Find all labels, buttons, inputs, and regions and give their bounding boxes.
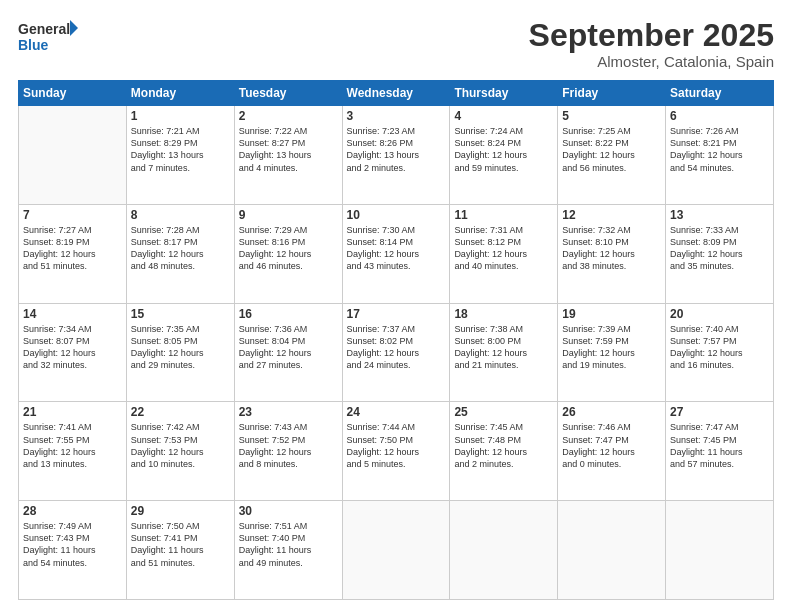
day-info: Sunrise: 7:39 AM Sunset: 7:59 PM Dayligh… (562, 323, 661, 372)
day-number: 3 (347, 109, 446, 123)
day-info: Sunrise: 7:32 AM Sunset: 8:10 PM Dayligh… (562, 224, 661, 273)
day-info: Sunrise: 7:49 AM Sunset: 7:43 PM Dayligh… (23, 520, 122, 569)
day-number: 13 (670, 208, 769, 222)
day-info: Sunrise: 7:46 AM Sunset: 7:47 PM Dayligh… (562, 421, 661, 470)
day-info: Sunrise: 7:33 AM Sunset: 8:09 PM Dayligh… (670, 224, 769, 273)
calendar-cell: 12Sunrise: 7:32 AM Sunset: 8:10 PM Dayli… (558, 204, 666, 303)
svg-text:Blue: Blue (18, 37, 49, 53)
header: General Blue September 2025 Almoster, Ca… (18, 18, 774, 70)
day-number: 10 (347, 208, 446, 222)
day-number: 4 (454, 109, 553, 123)
calendar-cell: 7Sunrise: 7:27 AM Sunset: 8:19 PM Daylig… (19, 204, 127, 303)
calendar-cell: 21Sunrise: 7:41 AM Sunset: 7:55 PM Dayli… (19, 402, 127, 501)
day-number: 22 (131, 405, 230, 419)
day-info: Sunrise: 7:35 AM Sunset: 8:05 PM Dayligh… (131, 323, 230, 372)
weekday-header: Sunday (19, 81, 127, 106)
calendar-cell: 13Sunrise: 7:33 AM Sunset: 8:09 PM Dayli… (666, 204, 774, 303)
day-number: 8 (131, 208, 230, 222)
day-info: Sunrise: 7:28 AM Sunset: 8:17 PM Dayligh… (131, 224, 230, 273)
day-number: 7 (23, 208, 122, 222)
calendar-cell: 19Sunrise: 7:39 AM Sunset: 7:59 PM Dayli… (558, 303, 666, 402)
day-info: Sunrise: 7:29 AM Sunset: 8:16 PM Dayligh… (239, 224, 338, 273)
svg-text:General: General (18, 21, 70, 37)
day-number: 15 (131, 307, 230, 321)
day-info: Sunrise: 7:26 AM Sunset: 8:21 PM Dayligh… (670, 125, 769, 174)
calendar-cell: 24Sunrise: 7:44 AM Sunset: 7:50 PM Dayli… (342, 402, 450, 501)
logo-svg: General Blue (18, 18, 78, 54)
location-subtitle: Almoster, Catalonia, Spain (529, 53, 774, 70)
day-number: 29 (131, 504, 230, 518)
month-title: September 2025 (529, 18, 774, 53)
day-number: 9 (239, 208, 338, 222)
day-info: Sunrise: 7:51 AM Sunset: 7:40 PM Dayligh… (239, 520, 338, 569)
logo: General Blue (18, 18, 78, 54)
calendar-cell: 20Sunrise: 7:40 AM Sunset: 7:57 PM Dayli… (666, 303, 774, 402)
day-number: 28 (23, 504, 122, 518)
day-info: Sunrise: 7:25 AM Sunset: 8:22 PM Dayligh… (562, 125, 661, 174)
day-info: Sunrise: 7:40 AM Sunset: 7:57 PM Dayligh… (670, 323, 769, 372)
calendar-cell: 9Sunrise: 7:29 AM Sunset: 8:16 PM Daylig… (234, 204, 342, 303)
day-info: Sunrise: 7:22 AM Sunset: 8:27 PM Dayligh… (239, 125, 338, 174)
day-number: 26 (562, 405, 661, 419)
day-info: Sunrise: 7:24 AM Sunset: 8:24 PM Dayligh… (454, 125, 553, 174)
calendar-cell: 2Sunrise: 7:22 AM Sunset: 8:27 PM Daylig… (234, 106, 342, 205)
day-number: 17 (347, 307, 446, 321)
calendar-cell (666, 501, 774, 600)
day-info: Sunrise: 7:31 AM Sunset: 8:12 PM Dayligh… (454, 224, 553, 273)
day-number: 2 (239, 109, 338, 123)
weekday-header: Tuesday (234, 81, 342, 106)
day-number: 21 (23, 405, 122, 419)
svg-marker-2 (70, 20, 78, 36)
calendar-cell: 1Sunrise: 7:21 AM Sunset: 8:29 PM Daylig… (126, 106, 234, 205)
day-info: Sunrise: 7:37 AM Sunset: 8:02 PM Dayligh… (347, 323, 446, 372)
day-info: Sunrise: 7:47 AM Sunset: 7:45 PM Dayligh… (670, 421, 769, 470)
day-info: Sunrise: 7:42 AM Sunset: 7:53 PM Dayligh… (131, 421, 230, 470)
day-info: Sunrise: 7:41 AM Sunset: 7:55 PM Dayligh… (23, 421, 122, 470)
calendar-cell: 15Sunrise: 7:35 AM Sunset: 8:05 PM Dayli… (126, 303, 234, 402)
day-number: 5 (562, 109, 661, 123)
day-number: 27 (670, 405, 769, 419)
day-number: 19 (562, 307, 661, 321)
calendar-cell (450, 501, 558, 600)
day-number: 6 (670, 109, 769, 123)
weekday-header: Friday (558, 81, 666, 106)
day-info: Sunrise: 7:44 AM Sunset: 7:50 PM Dayligh… (347, 421, 446, 470)
weekday-header: Wednesday (342, 81, 450, 106)
calendar-cell: 23Sunrise: 7:43 AM Sunset: 7:52 PM Dayli… (234, 402, 342, 501)
day-number: 30 (239, 504, 338, 518)
day-info: Sunrise: 7:38 AM Sunset: 8:00 PM Dayligh… (454, 323, 553, 372)
calendar-cell: 11Sunrise: 7:31 AM Sunset: 8:12 PM Dayli… (450, 204, 558, 303)
calendar-cell: 16Sunrise: 7:36 AM Sunset: 8:04 PM Dayli… (234, 303, 342, 402)
calendar-cell (342, 501, 450, 600)
day-info: Sunrise: 7:34 AM Sunset: 8:07 PM Dayligh… (23, 323, 122, 372)
day-number: 11 (454, 208, 553, 222)
calendar-cell: 28Sunrise: 7:49 AM Sunset: 7:43 PM Dayli… (19, 501, 127, 600)
calendar-cell: 3Sunrise: 7:23 AM Sunset: 8:26 PM Daylig… (342, 106, 450, 205)
day-number: 1 (131, 109, 230, 123)
calendar-cell: 14Sunrise: 7:34 AM Sunset: 8:07 PM Dayli… (19, 303, 127, 402)
weekday-header: Saturday (666, 81, 774, 106)
calendar-cell: 29Sunrise: 7:50 AM Sunset: 7:41 PM Dayli… (126, 501, 234, 600)
day-number: 20 (670, 307, 769, 321)
weekday-header: Thursday (450, 81, 558, 106)
day-number: 24 (347, 405, 446, 419)
calendar-cell: 6Sunrise: 7:26 AM Sunset: 8:21 PM Daylig… (666, 106, 774, 205)
calendar-cell: 30Sunrise: 7:51 AM Sunset: 7:40 PM Dayli… (234, 501, 342, 600)
day-info: Sunrise: 7:43 AM Sunset: 7:52 PM Dayligh… (239, 421, 338, 470)
calendar-cell: 8Sunrise: 7:28 AM Sunset: 8:17 PM Daylig… (126, 204, 234, 303)
calendar-table: SundayMondayTuesdayWednesdayThursdayFrid… (18, 80, 774, 600)
calendar-cell: 22Sunrise: 7:42 AM Sunset: 7:53 PM Dayli… (126, 402, 234, 501)
day-info: Sunrise: 7:50 AM Sunset: 7:41 PM Dayligh… (131, 520, 230, 569)
day-number: 25 (454, 405, 553, 419)
weekday-header: Monday (126, 81, 234, 106)
day-number: 16 (239, 307, 338, 321)
calendar-cell: 25Sunrise: 7:45 AM Sunset: 7:48 PM Dayli… (450, 402, 558, 501)
calendar-cell: 10Sunrise: 7:30 AM Sunset: 8:14 PM Dayli… (342, 204, 450, 303)
day-info: Sunrise: 7:23 AM Sunset: 8:26 PM Dayligh… (347, 125, 446, 174)
calendar-cell: 27Sunrise: 7:47 AM Sunset: 7:45 PM Dayli… (666, 402, 774, 501)
page: General Blue September 2025 Almoster, Ca… (0, 0, 792, 612)
calendar-cell (558, 501, 666, 600)
calendar-cell: 18Sunrise: 7:38 AM Sunset: 8:00 PM Dayli… (450, 303, 558, 402)
day-info: Sunrise: 7:45 AM Sunset: 7:48 PM Dayligh… (454, 421, 553, 470)
day-number: 14 (23, 307, 122, 321)
